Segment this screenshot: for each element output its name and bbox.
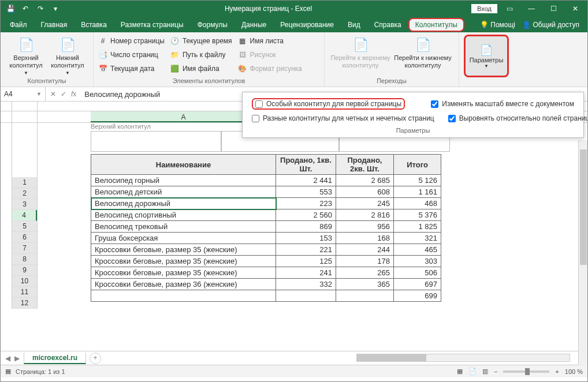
table-cell[interactable]: 468: [394, 198, 441, 209]
odd-even-different-checkbox[interactable]: Разные колонтитулы для четных и нечетных…: [252, 114, 434, 122]
table-row[interactable]: Велосипед детский5536081 161: [91, 186, 441, 198]
page-break-view-icon[interactable]: ▥: [482, 368, 488, 375]
table-cell[interactable]: 2 560: [276, 209, 336, 221]
share-button[interactable]: 👤 Общий доступ: [522, 21, 579, 29]
tab-layout[interactable]: Разметка страницы: [114, 18, 191, 32]
ribbon-options-icon[interactable]: ▭: [500, 2, 519, 16]
table-cell[interactable]: 699: [394, 290, 441, 302]
file-path-button[interactable]: 📁Путь к файлу: [170, 48, 232, 61]
table-row[interactable]: Кроссовки беговые, размер 35 (женские)12…: [91, 256, 441, 267]
picture-button[interactable]: 🖼Рисунок: [238, 48, 302, 61]
zoom-out-icon[interactable]: −: [494, 368, 497, 375]
goto-footer-button[interactable]: 📄 Перейти к нижнему колонтитулу: [392, 35, 454, 69]
view-shortcut-icon[interactable]: ▦: [5, 368, 11, 375]
table-cell[interactable]: 178: [336, 256, 394, 267]
table-cell[interactable]: 221: [276, 244, 336, 256]
table-cell[interactable]: 553: [276, 186, 336, 198]
table-cell[interactable]: [336, 290, 394, 302]
zoom-slider[interactable]: [503, 370, 549, 373]
table-header-cell[interactable]: Продано, 2кв. Шт.: [336, 155, 394, 175]
tab-formulas[interactable]: Формулы: [191, 18, 235, 32]
table-cell[interactable]: 168: [336, 233, 394, 244]
table-row[interactable]: Груша боксерская153168321: [91, 233, 441, 244]
table-cell[interactable]: 5 126: [394, 175, 441, 186]
chevron-down-icon[interactable]: ▼: [36, 91, 42, 97]
row-header[interactable]: 5: [12, 221, 37, 232]
table-cell[interactable]: 465: [394, 244, 441, 256]
table-row[interactable]: 699: [91, 290, 441, 302]
table-header-cell[interactable]: Продано, 1кв. Шт.: [276, 155, 336, 175]
header-left-box[interactable]: [91, 131, 221, 152]
row-header[interactable]: 4: [12, 210, 37, 221]
row-header[interactable]: 10: [12, 276, 37, 287]
table-cell[interactable]: 1 825: [394, 221, 441, 233]
table-row[interactable]: Велосипед горный2 4412 6855 126: [91, 175, 441, 186]
table-cell[interactable]: 265: [336, 267, 394, 279]
table-cell[interactable]: 2 685: [336, 175, 394, 186]
table-cell[interactable]: 506: [394, 267, 441, 279]
row-header[interactable]: 2: [12, 188, 37, 199]
row-header[interactable]: 7: [12, 243, 37, 254]
table-cell[interactable]: 153: [276, 233, 336, 244]
table-cell[interactable]: 869: [276, 221, 336, 233]
table-cell[interactable]: Груша боксерская: [91, 233, 276, 244]
scale-with-doc-checkbox[interactable]: Изменять масштаб вместе с документом: [431, 98, 574, 110]
zoom-in-icon[interactable]: +: [555, 368, 559, 375]
table-cell[interactable]: Велосипед детский: [91, 186, 276, 198]
table-row[interactable]: Кроссовки беговые, размер 35 (женские)24…: [91, 267, 441, 279]
fx-icon[interactable]: fx: [71, 90, 76, 98]
table-cell[interactable]: 125: [276, 256, 336, 267]
row-header[interactable]: 3: [12, 199, 37, 210]
tab-header-footer[interactable]: Колонтитулы: [408, 18, 464, 32]
table-cell[interactable]: Кроссовки беговые, размер 36 (женские): [91, 279, 276, 290]
vertical-scrollbar[interactable]: [578, 140, 587, 365]
name-box[interactable]: A4 ▼: [1, 87, 46, 101]
tab-home[interactable]: Главная: [34, 18, 75, 32]
sheet-nav-next-icon[interactable]: ▶: [14, 354, 20, 362]
table-cell[interactable]: 956: [336, 221, 394, 233]
table-cell[interactable]: 223: [276, 198, 336, 209]
first-page-different-checkbox[interactable]: Особый колонтитул для первой страницы: [252, 98, 405, 110]
tab-file[interactable]: Файл: [3, 18, 34, 32]
minimize-icon[interactable]: —: [522, 2, 541, 16]
table-cell[interactable]: Велосипед горный: [91, 175, 276, 186]
current-time-button[interactable]: 🕐Текущее время: [170, 35, 232, 47]
table-cell[interactable]: Велосипед трековый: [91, 221, 276, 233]
table-header-cell[interactable]: Наименование: [91, 155, 276, 175]
table-cell[interactable]: [91, 290, 276, 302]
table-cell[interactable]: Велосипед спортивный: [91, 209, 276, 221]
data-table[interactable]: НаименованиеПродано, 1кв. Шт.Продано, 2к…: [91, 154, 441, 302]
undo-icon[interactable]: ↶: [19, 2, 32, 15]
save-icon[interactable]: 💾: [4, 2, 17, 15]
row-header[interactable]: 11: [12, 287, 37, 298]
tab-insert[interactable]: Вставка: [74, 18, 114, 32]
tab-view[interactable]: Вид: [341, 18, 367, 32]
page-number-button[interactable]: #Номер страницы: [98, 35, 165, 47]
tab-data[interactable]: Данные: [235, 18, 273, 32]
row-header[interactable]: 12: [12, 298, 37, 309]
table-cell[interactable]: 608: [336, 186, 394, 198]
page-count-button[interactable]: 📑Число страниц: [98, 48, 165, 61]
table-row[interactable]: Кроссовки беговые, размер 36 (женские)33…: [91, 279, 441, 290]
table-row[interactable]: Кроссовки беговые, размер 35 (женские)22…: [91, 244, 441, 256]
row-header[interactable]: 9: [12, 265, 37, 276]
table-cell[interactable]: 241: [276, 267, 336, 279]
table-row[interactable]: Велосипед дорожный223245468: [91, 198, 441, 209]
table-row[interactable]: Велосипед спортивный2 5602 8165 376: [91, 209, 441, 221]
table-cell[interactable]: 697: [394, 279, 441, 290]
table-cell[interactable]: 5 376: [394, 209, 441, 221]
table-header-cell[interactable]: Итого: [394, 155, 441, 175]
row-header[interactable]: 1: [12, 177, 37, 188]
table-cell[interactable]: 2 816: [336, 209, 394, 221]
table-cell[interactable]: Кроссовки беговые, размер 35 (женские): [91, 244, 276, 256]
align-margins-checkbox[interactable]: Выровнять относительно полей страницы: [448, 114, 588, 122]
table-cell[interactable]: 332: [276, 279, 336, 290]
sheet-name-button[interactable]: ▦Имя листа: [238, 35, 302, 47]
parameters-button[interactable]: 📄 Параметры ▼: [464, 35, 509, 77]
sheet-tab[interactable]: microexcel.ru: [24, 353, 86, 364]
row-header[interactable]: 6: [12, 232, 37, 243]
table-cell[interactable]: Велосипед дорожный: [91, 198, 276, 209]
table-cell[interactable]: 365: [336, 279, 394, 290]
tab-review[interactable]: Рецензирование: [273, 18, 341, 32]
table-cell[interactable]: Кроссовки беговые, размер 35 (женские): [91, 267, 276, 279]
